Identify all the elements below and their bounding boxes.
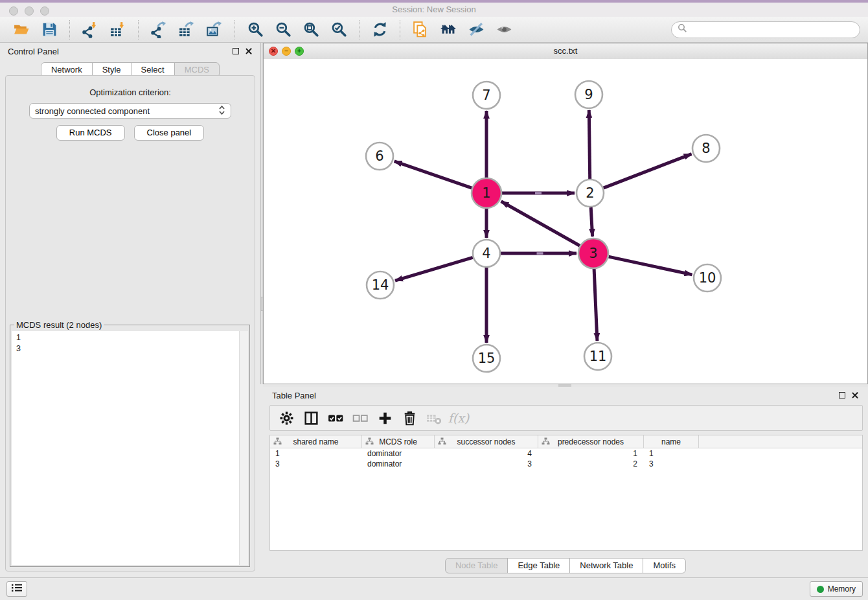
mcds-result-list[interactable]: 13 — [12, 331, 239, 565]
main-toolbar — [0, 17, 868, 43]
table-panel-title: Table Panel — [272, 391, 316, 400]
memory-status-icon — [817, 586, 824, 593]
export-image-icon[interactable] — [201, 19, 229, 41]
edge-1-6[interactable] — [394, 161, 472, 188]
hierarchy-icon — [438, 437, 446, 447]
add-icon[interactable] — [372, 407, 397, 429]
edge-2-8[interactable] — [604, 154, 692, 189]
zoom-out-icon[interactable] — [269, 19, 297, 41]
zoom-fit-icon[interactable] — [297, 19, 325, 41]
edge-2-9[interactable] — [589, 110, 589, 179]
zoom-in-icon[interactable] — [242, 19, 269, 41]
table-cell[interactable]: 1 — [538, 448, 644, 459]
table-row[interactable]: 1dominator411 — [270, 448, 862, 459]
table-cell[interactable]: 3 — [644, 459, 699, 469]
close-table-panel-icon[interactable] — [851, 391, 859, 399]
float-panel-icon[interactable] — [233, 48, 239, 54]
table-cell[interactable]: 1 — [270, 448, 362, 459]
node-8-label: 8 — [702, 141, 710, 156]
column-label: name — [661, 437, 681, 446]
gear-icon[interactable] — [274, 407, 299, 429]
tab-edge-table[interactable]: Edge Table — [507, 558, 570, 573]
edge-4-14[interactable] — [395, 257, 473, 281]
network-window-title: scc.txt — [264, 46, 867, 56]
edge-2-3[interactable] — [591, 207, 592, 237]
tab-motifs[interactable]: Motifs — [643, 558, 686, 573]
tab-network-table[interactable]: Network Table — [569, 558, 643, 573]
trash-icon[interactable] — [397, 407, 422, 429]
refresh-icon[interactable] — [366, 19, 394, 41]
hierarchy-icon — [365, 437, 374, 447]
toolbar-items — [8, 19, 518, 41]
deselect-all-icon[interactable] — [348, 407, 372, 429]
edge-3-11[interactable] — [594, 269, 597, 341]
ndex-homes-icon[interactable] — [435, 19, 463, 41]
chevron-up-down-icon — [218, 104, 225, 118]
memory-button[interactable]: Memory — [810, 581, 863, 597]
network-window-titlebar[interactable]: ✕ – + scc.txt — [264, 43, 867, 60]
mcds-result-group: MCDS result (2 nodes) 13 — [10, 325, 250, 567]
edge-3-1[interactable] — [501, 202, 580, 246]
table-body: 1dominator4113dominator323 — [270, 448, 862, 469]
mcds-tab-content: Optimization criterion: strongly connect… — [5, 75, 255, 571]
node-10-label: 10 — [699, 270, 716, 286]
node-11-label: 11 — [589, 349, 607, 364]
node-9-label: 9 — [584, 87, 593, 102]
table-header-row: shared nameMCDS rolesuccessor nodesprede… — [270, 435, 862, 448]
column-header-shared-name[interactable]: shared name — [270, 435, 362, 448]
table-row[interactable]: 3dominator323 — [270, 459, 862, 469]
select-all-icon[interactable] — [323, 407, 348, 429]
show-all-icon[interactable] — [490, 19, 518, 41]
node-7-label: 7 — [482, 87, 490, 103]
import-network-icon[interactable] — [76, 19, 104, 41]
save-session-icon[interactable] — [36, 19, 63, 41]
clone-network-icon[interactable] — [407, 19, 435, 41]
memory-label: Memory — [828, 584, 856, 594]
import-table-icon[interactable] — [104, 19, 132, 41]
mcds-result-item: 3 — [16, 343, 234, 354]
table-delete-icon — [422, 407, 446, 429]
zoom-selected-icon[interactable] — [325, 19, 353, 41]
table-cell[interactable]: dominator — [362, 448, 435, 459]
status-bar: Memory — [0, 577, 868, 600]
search-field[interactable] — [671, 21, 860, 38]
task-history-button[interactable] — [6, 581, 27, 597]
mcds-result-title: MCDS result (2 nodes) — [14, 320, 104, 330]
export-table-icon[interactable] — [173, 19, 201, 41]
table-panel: Table Panel f(x) shared nameMCDS rolesuc… — [263, 387, 868, 578]
node-14-label: 14 — [372, 277, 389, 293]
column-header-name[interactable]: name — [644, 435, 699, 448]
column-header-predecessor-nodes[interactable]: predecessor nodes — [538, 435, 644, 448]
network-window: ✕ – + scc.txt 7968124314101511 — [263, 43, 868, 384]
close-panel-button[interactable]: Close panel — [134, 125, 205, 141]
column-header-successor-nodes[interactable]: successor nodes — [435, 435, 538, 448]
optimization-dropdown[interactable]: strongly connected component — [29, 103, 231, 119]
close-panel-icon[interactable] — [245, 47, 253, 55]
table-cell[interactable]: dominator — [362, 459, 435, 469]
table-toolbar: f(x) — [269, 405, 863, 431]
column-header-mcds-role[interactable]: MCDS role — [362, 435, 435, 448]
export-network-icon[interactable] — [145, 19, 173, 41]
hide-selected-icon[interactable] — [463, 19, 490, 41]
table-cell[interactable]: 3 — [435, 459, 538, 469]
float-table-panel-icon[interactable] — [839, 392, 845, 398]
columns-icon[interactable] — [299, 407, 323, 429]
search-input[interactable] — [691, 24, 854, 35]
mcds-result-item: 1 — [16, 332, 234, 343]
list-icon — [11, 583, 23, 595]
table-cell[interactable]: 2 — [538, 459, 644, 469]
edge-3-10[interactable] — [609, 257, 692, 275]
table-cell[interactable]: 1 — [644, 448, 699, 459]
network-canvas[interactable]: 7968124314101511 — [264, 59, 867, 384]
tab-node-table[interactable]: Node Table — [445, 558, 508, 573]
fx-icon: f(x) — [446, 407, 471, 429]
table-cell[interactable]: 4 — [435, 448, 538, 459]
toolbar-separator — [138, 20, 139, 40]
application-window: Session: New Session Control Panel Netwo… — [0, 0, 868, 600]
mcds-result-scrollbar[interactable] — [239, 331, 248, 565]
mac-titlebar: Session: New Session — [0, 3, 868, 17]
open-file-icon[interactable] — [8, 19, 36, 41]
run-mcds-button[interactable]: Run MCDS — [56, 125, 125, 141]
column-label: shared name — [293, 437, 338, 446]
table-cell[interactable]: 3 — [270, 459, 362, 469]
